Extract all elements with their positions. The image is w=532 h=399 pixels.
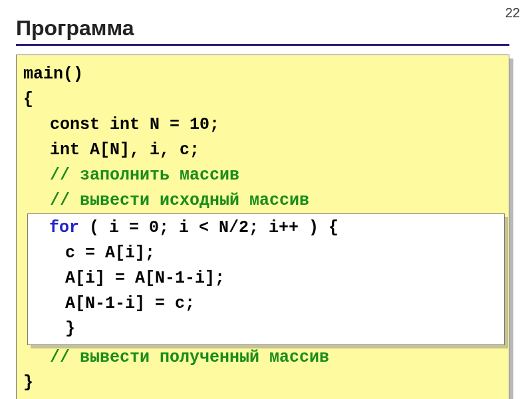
highlight-block-body: for ( i = 0; i < N/2; i++ ) { c = A[i]; … bbox=[27, 213, 505, 345]
code-text: ( i = 0; i < N/2; i++ ) { bbox=[79, 218, 338, 237]
code-line: for ( i = 0; i < N/2; i++ ) { bbox=[29, 215, 503, 241]
code-line: { bbox=[23, 87, 502, 112]
code-comment: // вывести полученный массив bbox=[23, 345, 502, 370]
code-comment: // вывести исходный массив bbox=[23, 188, 502, 213]
slide-title: Программа bbox=[16, 16, 134, 41]
code-text: N = 10; bbox=[140, 115, 219, 134]
keyword: int bbox=[50, 140, 80, 160]
code-line: A[i] = A[N-1-i]; bbox=[29, 266, 503, 291]
code-line: const int N = 10; bbox=[23, 112, 502, 138]
code-comment: // заполнить массив bbox=[23, 163, 502, 188]
code-block-body: main() { const int N = 10; int A[N], i, … bbox=[16, 55, 509, 399]
code-text: A[N], i, c; bbox=[80, 140, 200, 160]
highlight-block: for ( i = 0; i < N/2; i++ ) { c = A[i]; … bbox=[27, 213, 505, 345]
code-line: } bbox=[29, 317, 503, 342]
code-line: int A[N], i, c; bbox=[23, 138, 502, 163]
title-rule bbox=[16, 44, 509, 46]
keyword: const int bbox=[50, 115, 140, 134]
slide: 22 Программа main() { const int N = 10; … bbox=[0, 0, 532, 399]
code-line: A[N-1-i] = c; bbox=[29, 291, 503, 317]
code-block: main() { const int N = 10; int A[N], i, … bbox=[16, 55, 509, 399]
keyword: for bbox=[49, 218, 79, 237]
code-line: } bbox=[23, 370, 502, 396]
page-number: 22 bbox=[505, 5, 520, 21]
code-line: main() bbox=[23, 62, 502, 87]
code-line: c = A[i]; bbox=[29, 241, 503, 266]
